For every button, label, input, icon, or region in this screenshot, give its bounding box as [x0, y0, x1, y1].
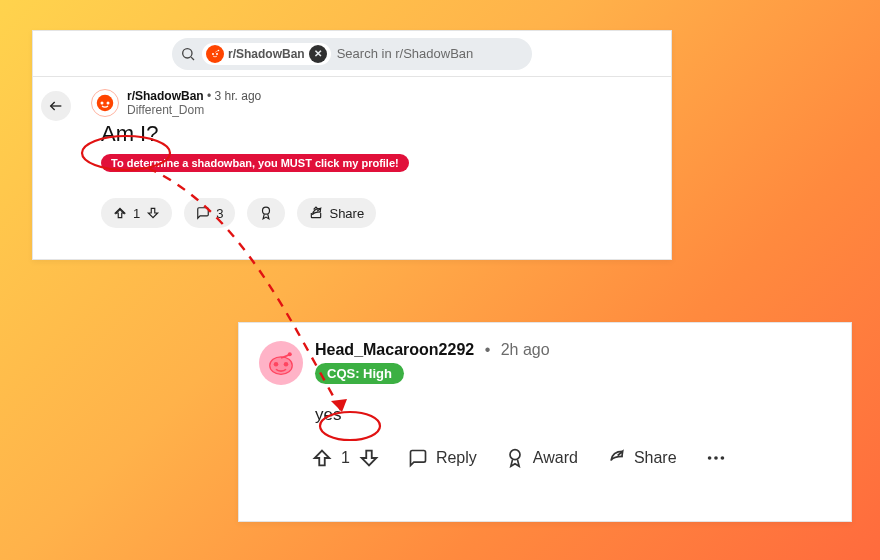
share-label: Share	[634, 449, 677, 467]
search-chip-label: r/ShadowBan	[228, 47, 305, 61]
post-header: r/ShadowBan • 3 hr. ago Different_Dom	[91, 89, 653, 117]
post-author-link[interactable]: Different_Dom	[127, 103, 261, 117]
share-label: Share	[329, 206, 364, 221]
vote-score: 1	[133, 206, 140, 221]
comment-more-button[interactable]	[705, 447, 727, 469]
upvote-icon[interactable]	[113, 206, 127, 220]
snoo-icon	[96, 94, 114, 112]
downvote-icon[interactable]	[358, 447, 380, 469]
share-icon	[606, 448, 626, 468]
post-body: r/ShadowBan • 3 hr. ago Different_Dom Am…	[33, 77, 671, 228]
svg-point-7	[97, 95, 114, 112]
comment-icon	[408, 448, 428, 468]
search-subreddit-chip[interactable]: r/ShadowBan ✕	[202, 43, 331, 65]
svg-point-21	[714, 456, 718, 460]
comment-reply-button[interactable]: Reply	[408, 448, 477, 468]
comment-avatar[interactable]	[259, 341, 303, 385]
comment-share-button[interactable]: Share	[606, 448, 677, 468]
comment-username-link[interactable]: Head_Macaroon2292	[315, 341, 474, 358]
award-button[interactable]	[247, 198, 285, 228]
comment-vote-score: 1	[341, 449, 350, 467]
subreddit-avatar[interactable]	[91, 89, 119, 117]
svg-point-8	[101, 102, 104, 105]
comment-body: yes	[315, 405, 831, 425]
svg-point-20	[707, 456, 711, 460]
comment-icon	[196, 206, 210, 220]
svg-point-15	[274, 362, 279, 367]
award-icon	[505, 448, 525, 468]
vote-pill: 1	[101, 198, 172, 228]
svg-line-5	[215, 50, 218, 52]
share-button[interactable]: Share	[297, 198, 376, 228]
svg-point-16	[284, 362, 289, 367]
svg-point-9	[107, 102, 110, 105]
svg-point-3	[216, 53, 218, 55]
svg-point-2	[212, 53, 214, 55]
more-horizontal-icon	[705, 447, 727, 469]
snoo-icon	[266, 348, 296, 378]
post-card: r/ShadowBan ✕ Search in r/ShadowBan r/Sh…	[32, 30, 672, 260]
award-label: Award	[533, 449, 578, 467]
svg-line-1	[191, 57, 194, 60]
svg-point-0	[183, 48, 192, 57]
comments-button[interactable]: 3	[184, 198, 235, 228]
separator-dot: •	[207, 89, 211, 103]
comment-vote-group: 1	[311, 447, 380, 469]
svg-point-19	[510, 450, 520, 460]
downvote-icon[interactable]	[146, 206, 160, 220]
searchbar-row: r/ShadowBan ✕ Search in r/ShadowBan	[33, 31, 671, 77]
post-age: 3 hr. ago	[215, 89, 262, 103]
search-icon	[180, 46, 196, 62]
chip-close-icon[interactable]: ✕	[309, 45, 327, 63]
upvote-icon[interactable]	[311, 447, 333, 469]
comment-header: Head_Macaroon2292 • 2h ago CQS: High	[259, 341, 831, 385]
reddit-icon	[206, 45, 224, 63]
search-placeholder: Search in r/ShadowBan	[337, 46, 474, 61]
comments-count: 3	[216, 206, 223, 221]
arrow-left-icon	[48, 98, 64, 114]
svg-point-11	[263, 207, 270, 214]
post-action-bar: 1 3 Share	[101, 198, 653, 228]
comment-user-flair: CQS: High	[315, 363, 404, 384]
search-input[interactable]: r/ShadowBan ✕ Search in r/ShadowBan	[172, 38, 532, 70]
comment-award-button[interactable]: Award	[505, 448, 578, 468]
share-icon	[309, 206, 323, 220]
post-subreddit-link[interactable]: r/ShadowBan	[127, 89, 204, 103]
comment-age: 2h ago	[501, 341, 550, 358]
comment-card: Head_Macaroon2292 • 2h ago CQS: High yes…	[238, 322, 852, 522]
comment-action-bar: 1 Reply Award Share	[311, 447, 831, 469]
award-icon	[259, 206, 273, 220]
separator-dot: •	[485, 341, 491, 358]
back-button[interactable]	[41, 91, 71, 121]
post-flair[interactable]: To determine a shadowban, you MUST click…	[101, 154, 409, 172]
post-title: Am I?	[101, 121, 653, 147]
svg-point-22	[720, 456, 724, 460]
reply-label: Reply	[436, 449, 477, 467]
